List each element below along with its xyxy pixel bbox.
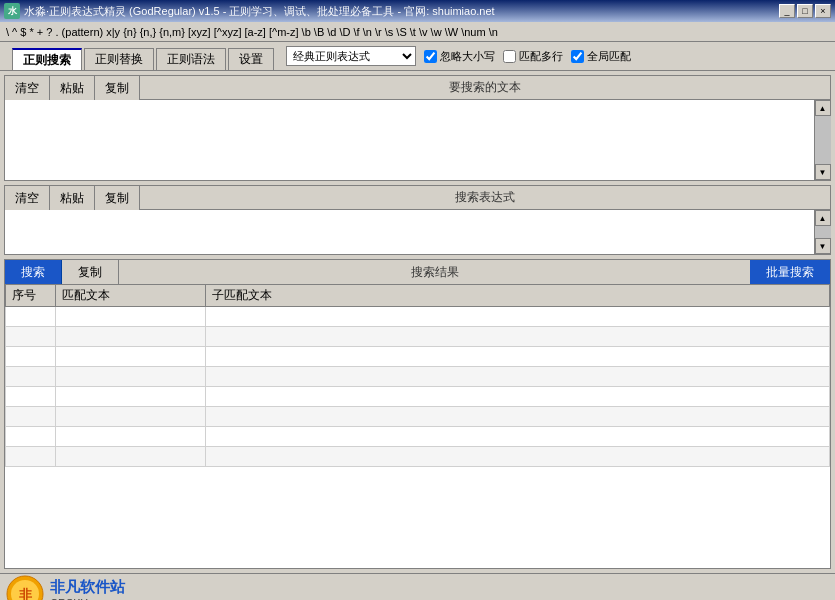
global-match-checkbox[interactable] [571,50,584,63]
table-cell [56,327,206,347]
scroll-down-arrow[interactable]: ▼ [815,164,831,180]
search-button[interactable]: 搜索 [5,260,62,284]
table-cell [6,407,56,427]
regex-panel: 清空 粘贴 复制 搜索表达式 ▲ ▼ [4,185,831,255]
table-cell [56,307,206,327]
table-row [6,407,830,427]
col-header-match: 匹配文本 [56,285,206,307]
tab-regex-syntax[interactable]: 正则语法 [156,48,226,70]
minimize-button[interactable]: _ [779,4,795,18]
table-cell [56,367,206,387]
results-table: 序号 匹配文本 子匹配文本 [5,284,830,568]
footer-logo: 非 非凡软件站 CRSKY.com [6,575,125,601]
window-title: 水淼·正则表达式精灵 (GodRegular) v1.5 - 正则学习、调试、批… [24,4,495,19]
char-bar: \ ^ $ * + ? . (pattern) x|y {n} {n,} {n,… [0,22,835,42]
table-cell [6,307,56,327]
col-header-submatch: 子匹配文本 [206,285,830,307]
regex-scroll-down-arrow[interactable]: ▼ [815,238,831,254]
close-button[interactable]: × [815,4,831,18]
regex-input[interactable] [5,210,814,254]
scroll-up-arrow[interactable]: ▲ [815,100,831,116]
title-bar-left: 水 水淼·正则表达式精灵 (GodRegular) v1.5 - 正则学习、调试… [4,3,495,19]
table-cell [6,387,56,407]
batch-search-button[interactable]: 批量搜索 [750,260,830,284]
regex-scroll-up-arrow[interactable]: ▲ [815,210,831,226]
scroll-track [815,116,831,164]
options-bar: 经典正则表达式 忽略大小写 匹配多行 全局匹配 [280,43,829,69]
table-row [6,387,830,407]
table-row [6,367,830,387]
text-panel-body: ▲ ▼ [5,100,830,180]
table-cell [6,327,56,347]
table-cell [206,307,830,327]
multiline-label[interactable]: 匹配多行 [503,49,563,64]
results-panel: 搜索 复制 搜索结果 批量搜索 序号 匹配文本 子匹配文本 [4,259,831,569]
regex-panel-body: ▲ ▼ [5,210,830,254]
tab-settings[interactable]: 设置 [228,48,274,70]
text-panel-scrollbar: ▲ ▼ [814,100,830,180]
logo-main-text: 非凡软件站 [50,578,125,597]
title-bar: 水 水淼·正则表达式精灵 (GodRegular) v1.5 - 正则学习、调试… [0,0,835,22]
table-cell [6,367,56,387]
ignore-case-label[interactable]: 忽略大小写 [424,49,495,64]
global-match-label[interactable]: 全局匹配 [571,49,631,64]
regex-scroll-track [815,226,831,238]
multiline-checkbox[interactable] [503,50,516,63]
table-cell [206,347,830,367]
regex-panel-header: 清空 粘贴 复制 搜索表达式 [5,186,830,210]
text-panel: 清空 粘贴 复制 要搜索的文本 ▲ ▼ [4,75,831,181]
table-row [6,447,830,467]
text-clear-button[interactable]: 清空 [5,76,50,100]
footer: 非 非凡软件站 CRSKY.com [0,573,835,600]
text-paste-button[interactable]: 粘贴 [50,76,95,100]
tab-regex-replace[interactable]: 正则替换 [84,48,154,70]
table-row [6,427,830,447]
text-copy-button[interactable]: 复制 [95,76,140,100]
regex-panel-scrollbar: ▲ ▼ [814,210,830,254]
table-cell [206,387,830,407]
char-bar-content: \ ^ $ * + ? . (pattern) x|y {n} {n,} {n,… [6,26,498,38]
results-header: 搜索 复制 搜索结果 批量搜索 [5,260,830,284]
preset-select[interactable]: 经典正则表达式 [286,46,416,66]
regex-panel-label: 搜索表达式 [140,186,830,209]
tab-regex-search[interactable]: 正则搜索 [12,48,82,70]
tab-bar: 正则搜索 正则替换 正则语法 设置 [6,42,280,70]
table-row [6,347,830,367]
regex-clear-button[interactable]: 清空 [5,186,50,210]
table-cell [56,387,206,407]
text-panel-label: 要搜索的文本 [140,76,830,99]
logo-icon: 非 [6,575,44,601]
ignore-case-checkbox[interactable] [424,50,437,63]
table-cell [56,407,206,427]
main-content: 清空 粘贴 复制 要搜索的文本 ▲ ▼ 清空 粘贴 复制 搜索表达式 ▲ [0,71,835,573]
table-cell [206,447,830,467]
maximize-button[interactable]: □ [797,4,813,18]
search-text-input[interactable] [5,100,814,180]
app-icon: 水 [4,3,20,19]
regex-paste-button[interactable]: 粘贴 [50,186,95,210]
results-label: 搜索结果 [119,260,750,284]
table-cell [56,427,206,447]
logo-text-group: 非凡软件站 CRSKY.com [50,578,125,600]
text-panel-header: 清空 粘贴 复制 要搜索的文本 [5,76,830,100]
table-cell [56,347,206,367]
table-cell [206,367,830,387]
results-data-table: 序号 匹配文本 子匹配文本 [5,284,830,467]
window-controls[interactable]: _ □ × [779,4,831,18]
table-cell [6,427,56,447]
table-cell [6,447,56,467]
svg-text:非: 非 [19,587,33,601]
table-cell [6,347,56,367]
table-row [6,327,830,347]
table-cell [56,447,206,467]
regex-copy-button[interactable]: 复制 [95,186,140,210]
results-copy-button[interactable]: 复制 [62,260,119,284]
table-row [6,307,830,327]
table-cell [206,327,830,347]
table-cell [206,407,830,427]
table-cell [206,427,830,447]
col-header-index: 序号 [6,285,56,307]
